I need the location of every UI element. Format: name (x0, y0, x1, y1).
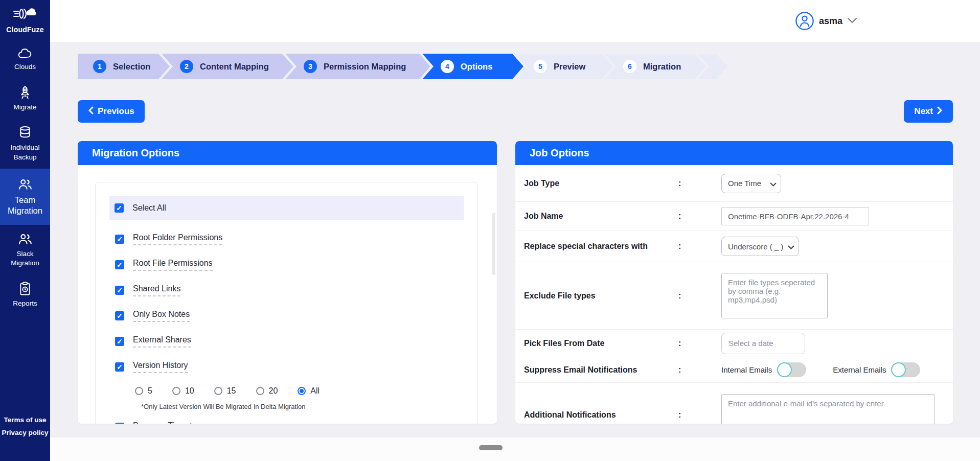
checkbox[interactable]: ✓ (115, 311, 124, 320)
checkbox-row-version-history: ✓ Version History (109, 361, 464, 373)
step-content-mapping[interactable]: 2 Content Mapping (162, 54, 293, 79)
sidebar-item-clouds[interactable]: Clouds (0, 41, 50, 78)
checkbox[interactable]: ✓ (115, 337, 124, 346)
check-icon: ✓ (117, 423, 123, 424)
job-type-label: Job Type (524, 179, 678, 188)
content: 1 Selection 2 Content Mapping 3 Permissi… (50, 42, 980, 437)
horizontal-scrollbar-thumb[interactable] (479, 445, 503, 450)
sidebar-item-individual-backup[interactable]: Individual Backup (0, 119, 50, 168)
additional-notifications-label: Additional Notifications (524, 410, 678, 420)
step-label: Content Mapping (200, 62, 269, 72)
step-number: 3 (304, 60, 317, 73)
internal-emails-label: Internal Emails (721, 365, 772, 374)
step-preview[interactable]: 5 Preview (515, 54, 613, 79)
sidebar: CloudFuze Clouds Migrate (0, 0, 50, 461)
sidebar-item-label: Reports (2, 299, 49, 308)
radio-option-10[interactable]: 10 (172, 386, 194, 396)
exclude-file-types-textarea[interactable] (721, 273, 828, 318)
pick-date-input[interactable] (721, 333, 805, 354)
checkbox-row-shared-links: ✓ Shared Links (109, 284, 464, 296)
next-button[interactable]: Next (904, 100, 953, 123)
step-label: Migration (643, 62, 681, 72)
step-migration[interactable]: 6 Migration (605, 54, 706, 79)
job-options-panel: Job Options Job Type : One Time (515, 141, 953, 424)
previous-button[interactable]: Previous (78, 100, 145, 123)
replace-special-chars-label: Replace special characters with (524, 242, 678, 251)
select-all-checkbox[interactable]: ✓ (115, 203, 124, 213)
select-all-row[interactable]: ✓ Select All (109, 196, 464, 220)
cloud-icon (2, 48, 49, 60)
radio-option-5[interactable]: 5 (135, 386, 152, 396)
cloudfuze-logo[interactable]: CloudFuze (5, 0, 44, 41)
sidebar-item-slack-migration[interactable]: Slack Migration (0, 225, 50, 274)
migration-options-title: Migration Options (78, 141, 497, 165)
checkbox[interactable]: ✓ (115, 286, 124, 295)
vertical-scrollbar-thumb[interactable] (492, 213, 495, 275)
external-emails-toggle[interactable] (891, 362, 920, 377)
colon: : (678, 212, 721, 221)
header: asma (50, 0, 980, 42)
checkbox-label[interactable]: Preserve Timestamp (133, 421, 208, 424)
cloudfuze-logo-label: CloudFuze (6, 26, 43, 34)
checkbox[interactable]: ✓ (115, 235, 124, 244)
privacy-policy-link[interactable]: Privacy policy (2, 427, 49, 440)
job-name-input[interactable] (721, 207, 869, 225)
additional-notifications-textarea[interactable] (721, 394, 935, 424)
step-number: 4 (441, 60, 454, 73)
radio-icon (214, 387, 222, 395)
user-menu[interactable]: asma (795, 11, 857, 31)
checkbox[interactable]: ✓ (115, 260, 124, 269)
colon: : (678, 242, 721, 251)
version-history-radio-group: 5 10 15 20 (135, 386, 464, 396)
sidebar-item-label: Individual Backup (2, 143, 49, 162)
checkbox-label[interactable]: Root File Permissions (133, 259, 213, 271)
sidebar-item-team-migration[interactable]: Team Migration (0, 169, 50, 225)
check-icon: ✓ (117, 235, 123, 243)
sidebar-item-label: Migrate (2, 103, 49, 112)
step-selection[interactable]: 1 Selection (78, 54, 170, 79)
sidebar-item-migrate[interactable]: Migrate (0, 78, 50, 119)
checkbox-row-preserve-timestamp: ✓ Preserve Timestamp (109, 421, 464, 424)
toggle-knob (891, 362, 906, 377)
replace-special-chars-select[interactable]: Underscore ( _ ) (721, 237, 799, 256)
internal-emails-toggle[interactable] (777, 362, 806, 377)
users-icon (2, 177, 49, 192)
colon: : (678, 410, 721, 420)
check-icon: ✓ (117, 261, 123, 269)
chevron-left-icon (88, 106, 94, 117)
checkbox-label[interactable]: External Shares (133, 335, 191, 348)
chevron-down-icon (847, 16, 857, 26)
database-icon (2, 125, 49, 141)
nav-buttons-row: Previous Next (78, 100, 953, 123)
colon: : (678, 179, 721, 188)
step-label: Permission Mapping (324, 62, 406, 72)
app-root: CloudFuze Clouds Migrate (0, 0, 980, 461)
checkbox-label[interactable]: Shared Links (133, 284, 180, 296)
check-icon: ✓ (117, 286, 123, 294)
checkbox[interactable]: ✓ (115, 423, 124, 424)
checkbox-label[interactable]: Root Folder Permissions (133, 233, 222, 245)
version-history-note: *Only Latest Version Will Be Migrated In… (141, 403, 464, 410)
checkbox[interactable]: ✓ (115, 362, 124, 372)
checkbox-row-root-folder-permissions: ✓ Root Folder Permissions (109, 233, 464, 245)
check-icon: ✓ (117, 337, 123, 345)
clipboard-clock-icon (2, 281, 49, 296)
additional-notifications-row: Additional Notifications : (515, 383, 953, 424)
radio-option-15[interactable]: 15 (214, 386, 236, 396)
panels-row: Migration Options ✓ Select All ✓ Root Fo… (78, 141, 953, 424)
job-type-select[interactable]: One Time (721, 174, 781, 193)
bottom-strip (50, 437, 980, 461)
terms-of-use-link[interactable]: Terms of use (2, 414, 49, 427)
radio-option-all[interactable]: All (298, 386, 320, 396)
replace-special-chars-row: Replace special characters with : Unders… (515, 231, 953, 262)
step-permission-mapping[interactable]: 3 Permission Mapping (285, 54, 430, 79)
checkbox-label[interactable]: Version History (133, 361, 188, 373)
rocket-icon (2, 85, 49, 100)
step-number: 6 (623, 60, 636, 73)
check-icon: ✓ (117, 312, 123, 320)
step-options[interactable]: 4 Options (422, 54, 523, 79)
radio-option-20[interactable]: 20 (256, 386, 278, 396)
sidebar-item-reports[interactable]: Reports (0, 274, 50, 315)
radio-selected-icon (298, 387, 306, 395)
checkbox-label[interactable]: Only Box Notes (133, 310, 190, 322)
